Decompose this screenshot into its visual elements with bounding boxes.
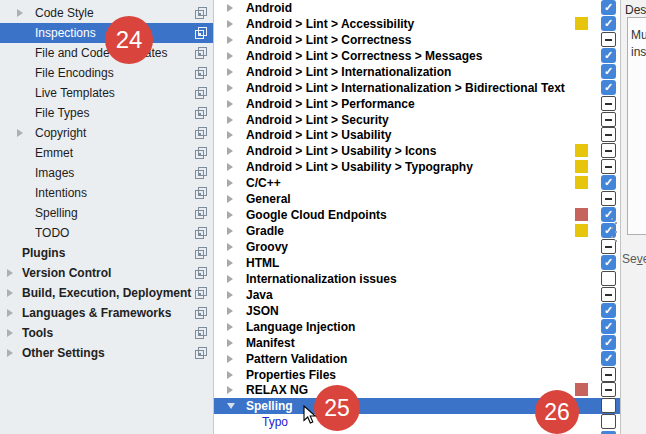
chevron-right-icon[interactable] [7, 329, 13, 337]
inspection-tree-row[interactable]: General [214, 191, 621, 207]
sidebar-item-plugins[interactable]: Plugins [0, 243, 213, 263]
inspection-tree-row[interactable]: Groovy [214, 239, 621, 255]
sidebar-item-images[interactable]: Images [0, 163, 213, 183]
inspection-checkbox[interactable] [601, 382, 616, 397]
sidebar-item-file-encodings[interactable]: File Encodings [0, 63, 213, 83]
sidebar-item-other-settings[interactable]: Other Settings [0, 343, 213, 363]
sidebar-item-emmet[interactable]: Emmet [0, 143, 213, 163]
sidebar-item-intentions[interactable]: Intentions [0, 183, 213, 203]
inspection-checkbox[interactable] [601, 414, 616, 429]
inspection-checkbox[interactable] [601, 32, 616, 47]
chevron-icon[interactable] [227, 36, 233, 44]
inspection-tree-row[interactable]: Android > Lint > Usability [214, 127, 621, 143]
inspection-checkbox[interactable] [601, 398, 616, 413]
chevron-icon[interactable] [227, 386, 233, 394]
inspection-checkbox[interactable] [601, 191, 616, 206]
splitter-grip[interactable] [610, 218, 618, 246]
inspection-checkbox[interactable]: ✓ [601, 255, 616, 270]
chevron-icon[interactable] [227, 52, 233, 60]
inspection-tree-row[interactable]: Android > Lint > Usability > Icons [214, 143, 621, 159]
chevron-icon[interactable] [227, 68, 233, 76]
inspection-checkbox[interactable] [601, 287, 616, 302]
sidebar-item-live-templates[interactable]: Live Templates [0, 83, 213, 103]
chevron-icon[interactable] [227, 179, 233, 187]
sidebar-item-code-style[interactable]: Code Style [0, 3, 213, 23]
inspection-tree-row[interactable]: Google Cloud Endpoints ✓ [214, 207, 621, 223]
inspection-checkbox[interactable]: ✓ [601, 80, 616, 95]
inspection-tree-row[interactable]: JSON ✓ [214, 303, 621, 319]
chevron-icon[interactable] [227, 355, 233, 363]
chevron-right-icon[interactable] [7, 269, 13, 277]
inspection-checkbox[interactable] [601, 367, 616, 382]
inspection-checkbox[interactable] [601, 159, 616, 174]
sidebar-item-languages-frameworks[interactable]: Languages & Frameworks [0, 303, 213, 323]
chevron-icon[interactable] [227, 147, 233, 155]
sidebar-item-file-types[interactable]: File Types [0, 103, 213, 123]
chevron-icon[interactable] [227, 195, 233, 203]
chevron-icon[interactable] [227, 211, 233, 219]
inspection-tree-row[interactable]: Pattern Validation ✓ [214, 351, 621, 367]
inspection-tree-row[interactable]: Android > Lint > Correctness > Messages … [214, 48, 621, 64]
chevron-icon[interactable] [227, 4, 233, 12]
inspection-checkbox[interactable] [601, 127, 616, 142]
sidebar-item-version-control[interactable]: Version Control [0, 263, 213, 283]
inspection-checkbox[interactable]: ✓ [601, 64, 616, 79]
sidebar-item-copyright[interactable]: Copyright [0, 123, 213, 143]
inspection-checkbox[interactable]: ✓ [601, 335, 616, 350]
inspection-tree-row[interactable]: Language Injection ✓ [214, 319, 621, 335]
chevron-icon[interactable] [227, 84, 233, 92]
inspection-checkbox[interactable]: ✓ [601, 48, 616, 63]
inspection-tree-row[interactable]: Properties Files [214, 367, 621, 383]
chevron-icon[interactable] [227, 259, 233, 267]
inspection-tree-row[interactable]: Android > Lint > Accessibility ✓ [214, 16, 621, 32]
chevron-icon[interactable] [227, 116, 233, 124]
inspection-tree-row[interactable]: Java [214, 287, 621, 303]
inspection-label: Android > Lint > Usability > Icons [246, 143, 436, 159]
chevron-right-icon[interactable] [7, 349, 13, 357]
sidebar-item-label: TODO [35, 223, 69, 243]
inspection-checkbox[interactable]: ✓ [601, 175, 616, 190]
chevron-right-icon[interactable] [17, 129, 23, 137]
inspection-tree-row[interactable]: Android > Lint > Performance [214, 96, 621, 112]
inspection-tree-row[interactable]: Gradle ✓ [214, 223, 621, 239]
chevron-icon[interactable] [227, 339, 233, 347]
inspection-checkbox[interactable]: ✓ [601, 351, 616, 366]
inspection-checkbox[interactable]: ✓ [601, 16, 616, 31]
sidebar-item-build-execution-deployment[interactable]: Build, Execution, Deployment [0, 283, 213, 303]
chevron-right-icon[interactable] [7, 289, 13, 297]
inspection-checkbox[interactable] [601, 96, 616, 111]
chevron-icon[interactable] [227, 307, 233, 315]
chevron-icon[interactable] [227, 131, 233, 139]
chevron-icon[interactable] [227, 163, 233, 171]
inspection-tree-row[interactable]: Android > Lint > Internationalization ✓ [214, 64, 621, 80]
inspection-tree-row[interactable]: Android > Lint > Internationalization > … [214, 80, 621, 96]
inspection-tree-row[interactable]: Android ✓ [214, 0, 621, 16]
inspection-checkbox[interactable] [601, 143, 616, 158]
chevron-icon[interactable] [227, 227, 233, 235]
inspection-tree-row[interactable]: Android > Lint > Correctness [214, 32, 621, 48]
chevron-icon[interactable] [227, 20, 233, 28]
inspection-checkbox[interactable]: ✓ [601, 303, 616, 318]
sidebar-item-spelling[interactable]: Spelling [0, 203, 213, 223]
inspection-checkbox[interactable] [601, 271, 616, 286]
inspection-checkbox[interactable]: ✓ [601, 319, 616, 334]
inspection-checkbox[interactable]: ✓ [601, 0, 616, 15]
chevron-right-icon[interactable] [17, 9, 23, 17]
chevron-icon[interactable] [227, 243, 233, 251]
chevron-icon[interactable] [227, 403, 235, 409]
sidebar-item-tools[interactable]: Tools [0, 323, 213, 343]
sidebar-item-todo[interactable]: TODO [0, 223, 213, 243]
chevron-icon[interactable] [227, 275, 233, 283]
inspection-tree-row[interactable]: Manifest ✓ [214, 335, 621, 351]
chevron-right-icon[interactable] [7, 309, 13, 317]
inspection-tree-row[interactable]: Internationalization issues [214, 271, 621, 287]
chevron-icon[interactable] [227, 291, 233, 299]
inspection-checkbox[interactable] [601, 112, 616, 127]
chevron-icon[interactable] [227, 371, 233, 379]
inspection-tree-row[interactable]: C/C++ ✓ [214, 175, 621, 191]
inspection-tree-row[interactable]: Android > Lint > Security [214, 112, 621, 128]
chevron-icon[interactable] [227, 100, 233, 108]
inspection-tree-row[interactable]: Android > Lint > Usability > Typography [214, 159, 621, 175]
chevron-icon[interactable] [227, 323, 233, 331]
inspection-tree-row[interactable]: HTML ✓ [214, 255, 621, 271]
